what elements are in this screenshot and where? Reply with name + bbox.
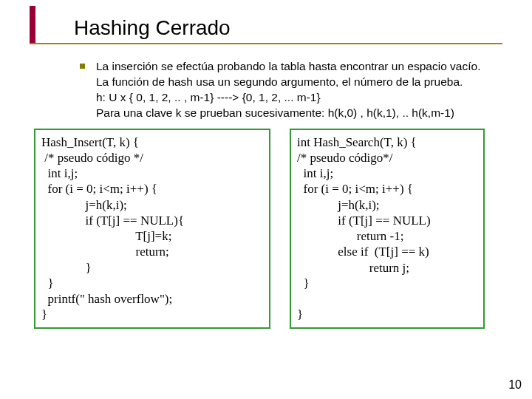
code-box-insert: Hash_Insert(T, k) { /* pseudo código */ … xyxy=(34,129,270,329)
bullet-line-1: La inserción se efectúa probando la tabl… xyxy=(96,59,488,75)
title-bar: Hashing Cerrado xyxy=(0,0,532,46)
bullet-square-icon xyxy=(80,64,85,69)
slide-number: 10 xyxy=(508,378,522,392)
slide-title: Hashing Cerrado xyxy=(74,16,532,40)
bullet-paragraph: La inserción se efectúa probando la tabl… xyxy=(96,59,488,121)
bullet-line-3: h: U x { 0, 1, 2, .. , m-1} ----> {0, 1,… xyxy=(96,90,488,106)
code-box-search: int Hash_Search(T, k) { /* pseudo código… xyxy=(290,129,485,329)
code-row: Hash_Insert(T, k) { /* pseudo código */ … xyxy=(34,129,502,329)
bullet-line-4: Para una clave k se prueban sucesivament… xyxy=(96,106,488,121)
bullet-line-2: La función de hash usa un segundo argume… xyxy=(96,75,488,90)
